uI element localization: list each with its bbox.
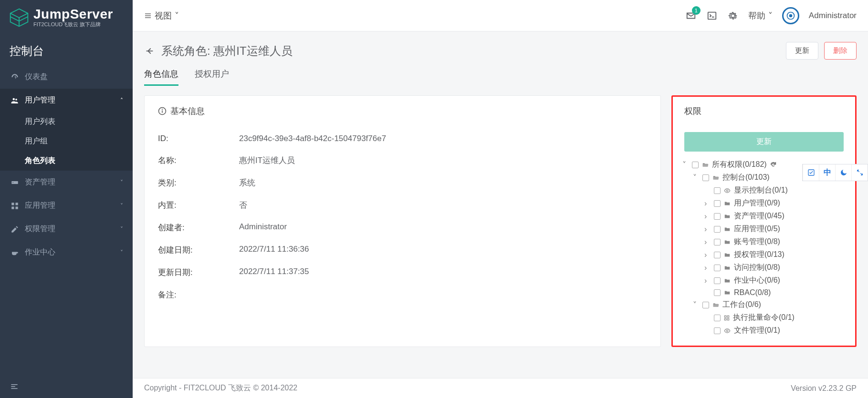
sidebar-item-assets[interactable]: 资产管理 ˅ [0, 171, 133, 194]
topbar: 视图 ˅ 1 帮助 ˅ [133, 0, 868, 31]
tree-node[interactable]: RBAC(0/8) [679, 287, 849, 298]
chevron-down-icon: ˅ [120, 179, 123, 186]
tree-node-label: 作业中心(0/6) [734, 276, 780, 286]
refresh-icon[interactable] [770, 161, 777, 168]
caret-right-icon[interactable]: › [704, 212, 711, 221]
info-label-type: 类别: [158, 177, 239, 188]
tree-checkbox[interactable] [692, 162, 699, 168]
help-dropdown[interactable]: 帮助 ˅ [748, 10, 773, 21]
tree-checkbox[interactable] [702, 174, 709, 181]
tree-node-label: RBAC(0/8) [734, 288, 771, 297]
sidebar-item-perms[interactable]: 权限管理 ˅ [0, 217, 133, 241]
caret-right-icon[interactable]: › [704, 238, 711, 246]
sidebar-item-users[interactable]: 用户管理 ˄ [0, 89, 133, 112]
delete-button[interactable]: 删除 [824, 42, 857, 60]
tree-checkbox[interactable] [714, 315, 721, 321]
caret-down-icon[interactable]: ˅ [682, 160, 689, 169]
sidebar-item-dashboard[interactable]: 仪表盘 [0, 65, 133, 89]
tree-node[interactable]: 显示控制台(0/1) [679, 184, 849, 197]
collapse-icon[interactable] [10, 382, 123, 391]
chevron-down-icon: ˅ [120, 249, 123, 256]
tree-node[interactable]: 执行批量命令(0/1) [679, 311, 849, 324]
tree-node-label: 用户管理(0/9) [734, 198, 780, 208]
back-button[interactable] [144, 46, 155, 56]
tree-checkbox[interactable] [714, 252, 721, 258]
chevron-down-icon: ˅ [175, 10, 179, 21]
tree-checkbox[interactable] [714, 226, 721, 233]
svg-rect-25 [727, 316, 729, 317]
info-label-creator: 创建者: [158, 222, 239, 233]
tree-node-label: 授权管理(0/13) [734, 250, 784, 260]
tree-node[interactable]: ›应用管理(0/5) [679, 223, 849, 235]
sidebar-item-label: 作业中心 [25, 247, 55, 257]
info-value-created: 2022/7/11 11:36:36 [239, 245, 309, 255]
caret-right-icon[interactable]: › [704, 251, 711, 259]
caret-right-icon[interactable]: › [704, 225, 711, 234]
caret-right-icon[interactable]: › [704, 199, 711, 208]
permissions-card: 权限 更新 ˅所有权限(0/182) ˅控制台(0/103)显示控制台(0/1)… [671, 95, 857, 347]
tree-checkbox[interactable] [714, 239, 721, 245]
tree-node[interactable]: ›作业中心(0/6) [679, 274, 849, 287]
tree-node[interactable]: ›用户管理(0/9) [679, 197, 849, 210]
tree-checkbox[interactable] [714, 265, 721, 271]
svg-rect-24 [724, 316, 726, 317]
info-label-remark: 备注: [158, 289, 239, 300]
tree-node-label: 工作台(0/6) [722, 300, 761, 310]
sidebar-subitem-role-list[interactable]: 角色列表 [0, 151, 133, 171]
info-label-updated: 更新日期: [158, 267, 239, 278]
info-label-created: 创建日期: [158, 245, 239, 255]
tree-checkbox[interactable] [714, 289, 721, 296]
avatar[interactable] [782, 7, 799, 24]
sidebar-subitem-user-list[interactable]: 用户列表 [0, 112, 133, 132]
tree-checkbox[interactable] [714, 187, 721, 194]
folder-icon [723, 265, 731, 271]
update-button[interactable]: 更新 [786, 42, 818, 60]
tree-node[interactable]: ›访问控制(0/8) [679, 261, 849, 274]
gear-icon[interactable] [727, 10, 739, 21]
svg-rect-9 [16, 206, 18, 209]
checkbox-tool-icon[interactable] [803, 164, 819, 181]
permissions-tree[interactable]: ˅所有权限(0/182) ˅控制台(0/103)显示控制台(0/1)›用户管理(… [673, 158, 855, 337]
sidebar-item-jobs[interactable]: 作业中心 ˅ [0, 241, 133, 264]
folder-icon [723, 239, 731, 245]
tree-node[interactable]: ›授权管理(0/13) [679, 248, 849, 261]
users-icon [10, 96, 20, 105]
tree-node-label: 显示控制台(0/1) [734, 185, 788, 195]
tab-auth-users[interactable]: 授权用户 [195, 68, 229, 86]
view-switcher[interactable]: 视图 ˅ [144, 10, 179, 21]
folder-icon [723, 277, 731, 284]
terminal-icon[interactable] [706, 10, 718, 21]
expand-icon[interactable] [851, 164, 868, 181]
caret-right-icon[interactable]: › [704, 276, 711, 285]
caret-down-icon[interactable]: ˅ [693, 173, 700, 182]
tree-checkbox[interactable] [714, 277, 721, 284]
tree-checkbox[interactable] [702, 302, 709, 308]
mail-icon[interactable]: 1 [685, 10, 697, 21]
chevron-up-icon: ˄ [120, 97, 123, 104]
tree-checkbox[interactable] [714, 213, 721, 220]
folder-open-icon [712, 302, 720, 308]
chevron-down-icon: ˅ [120, 226, 123, 233]
sidebar-subitem-user-group[interactable]: 用户组 [0, 132, 133, 151]
tab-role-info[interactable]: 角色信息 [144, 68, 178, 86]
sidebar-item-apps[interactable]: 应用管理 ˅ [0, 194, 133, 217]
info-label-builtin: 内置: [158, 200, 239, 211]
moon-icon[interactable] [835, 164, 851, 181]
logo[interactable]: JumpServer FIT2CLOUD飞致云 旗下品牌 [0, 0, 133, 35]
lang-switch[interactable]: 中 [819, 164, 835, 181]
tree-node[interactable]: ›资产管理(0/45) [679, 210, 849, 223]
tree-node[interactable]: ˅工作台(0/6) [679, 298, 849, 311]
tree-checkbox[interactable] [714, 327, 721, 334]
caret-down-icon[interactable]: ˅ [693, 300, 700, 309]
info-value-name: 惠州IT运维人员 [239, 155, 295, 166]
topbar-username[interactable]: Administrator [809, 11, 857, 20]
tree-node[interactable]: ›账号管理(0/8) [679, 235, 849, 248]
svg-point-17 [789, 14, 793, 17]
svg-rect-26 [724, 318, 726, 320]
page-title: 系统角色: 惠州IT运维人员 [161, 43, 293, 59]
tree-checkbox[interactable] [714, 200, 721, 207]
tree-node[interactable]: 文件管理(0/1) [679, 324, 849, 337]
svg-point-2 [13, 98, 15, 100]
perm-update-button[interactable]: 更新 [684, 132, 844, 152]
caret-right-icon[interactable]: › [704, 264, 711, 272]
